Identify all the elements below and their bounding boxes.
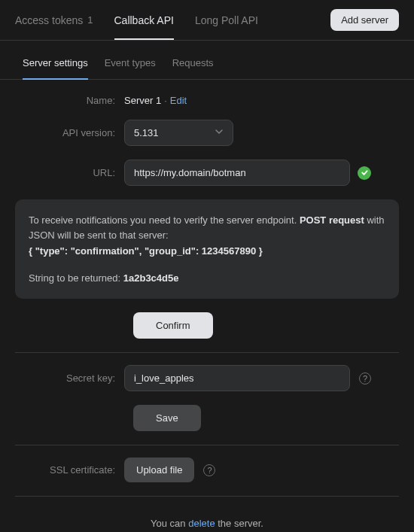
- upload-file-button[interactable]: Upload file: [124, 458, 194, 482]
- api-version-value: 5.131: [134, 127, 159, 138]
- edit-name-link[interactable]: Edit: [170, 95, 187, 106]
- json-example: { "type": "confirmation", "group_id": 12…: [29, 244, 385, 259]
- server-name-value: Server 1: [124, 95, 161, 106]
- info-line-1: To receive notifications you need to ver…: [29, 213, 385, 242]
- ssl-row: SSL certificate: Upload file ?: [15, 458, 399, 482]
- save-button[interactable]: Save: [133, 405, 201, 431]
- verification-info-box: To receive notifications you need to ver…: [15, 199, 399, 299]
- secret-key-row: Secret key: ?: [15, 365, 399, 391]
- url-input[interactable]: [124, 160, 350, 186]
- name-label: Name:: [15, 95, 124, 106]
- check-icon: [358, 166, 371, 180]
- tab-callback-api-label: Callback API: [114, 14, 174, 26]
- help-icon[interactable]: ?: [203, 464, 215, 476]
- chevron-down-icon: [215, 127, 224, 138]
- subtab-server-settings[interactable]: Server settings: [23, 47, 88, 80]
- confirm-button[interactable]: Confirm: [133, 312, 213, 339]
- top-tabs: Access tokens 1 Callback API Long Poll A…: [0, 0, 414, 41]
- api-version-label: API version:: [15, 127, 124, 138]
- api-version-row: API version: 5.131: [15, 120, 399, 146]
- subtab-requests[interactable]: Requests: [172, 47, 214, 79]
- tab-access-tokens-label: Access tokens: [15, 14, 83, 26]
- add-server-button[interactable]: Add server: [330, 9, 399, 31]
- string-returned-line: String to be returned: 1a2b3c4d5e: [29, 271, 385, 286]
- divider: [15, 496, 399, 497]
- content: Name: Server 1 · Edit API version: 5.131…: [0, 80, 414, 532]
- separator: ·: [164, 95, 167, 106]
- save-row: Save: [15, 405, 399, 431]
- subtab-event-types[interactable]: Event types: [105, 47, 156, 79]
- secret-key-input[interactable]: [124, 365, 350, 391]
- tab-access-tokens[interactable]: Access tokens 1: [15, 1, 93, 40]
- tab-callback-api[interactable]: Callback API: [114, 1, 174, 40]
- divider: [15, 445, 399, 445]
- tab-long-poll-api-label: Long Poll API: [195, 14, 258, 26]
- url-row: URL:: [15, 160, 399, 186]
- delete-server-link[interactable]: delete: [188, 518, 215, 529]
- confirm-row: Confirm: [15, 312, 399, 339]
- post-request-strong: POST request: [300, 214, 364, 226]
- url-label: URL:: [15, 167, 124, 178]
- confirmation-string: 1a2b3c4d5e: [123, 272, 179, 284]
- tab-long-poll-api[interactable]: Long Poll API: [195, 1, 258, 40]
- ssl-label: SSL certificate:: [15, 464, 124, 476]
- divider: [15, 352, 399, 353]
- access-tokens-badge: 1: [87, 14, 93, 26]
- name-row: Name: Server 1 · Edit: [15, 95, 399, 106]
- delete-server-row: You can delete the server.: [15, 509, 399, 529]
- sub-tabs: Server settings Event types Requests: [0, 47, 414, 80]
- api-version-select[interactable]: 5.131: [124, 120, 233, 146]
- secret-key-label: Secret key:: [15, 372, 124, 384]
- help-icon[interactable]: ?: [359, 372, 371, 385]
